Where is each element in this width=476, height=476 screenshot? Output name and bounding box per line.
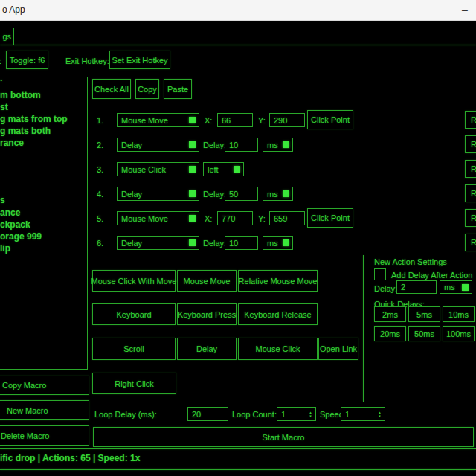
macro-list-item[interactable]: rance [0, 138, 24, 148]
remove-action-button[interactable]: R [465, 111, 476, 129]
delay-input[interactable]: 10 [225, 236, 258, 250]
add-mouse-click-with-move-button[interactable]: Mouse Click With Move [92, 270, 176, 292]
remove-action-button[interactable]: R [465, 184, 476, 202]
copy-macro-label: Copy Macro [2, 381, 46, 390]
macro-list-item[interactable]: m bottom [0, 90, 41, 100]
y-value: 290 [274, 116, 287, 125]
x-label: X: [205, 116, 212, 125]
remove-action-button[interactable]: R [465, 160, 476, 178]
macro-list-item[interactable]: ckpack [0, 219, 30, 230]
action-type-dropdown[interactable]: Mouse Move [117, 113, 199, 127]
row-number: 6. [97, 239, 103, 248]
button-label: Scroll [123, 344, 144, 353]
paste-button[interactable]: Paste [164, 79, 192, 99]
remove-action-button[interactable]: R [465, 234, 476, 251]
speed-stepper[interactable]: 1 ▴▾ [341, 407, 385, 421]
button-label: 2ms [382, 310, 398, 319]
remove-label: R [471, 115, 476, 124]
quick-delay-20ms-button[interactable]: 20ms [374, 326, 406, 341]
add-scroll-button[interactable]: Scroll [92, 338, 176, 360]
quick-delay-10ms-button[interactable]: 10ms [443, 306, 475, 322]
new-action-delay-input[interactable]: 2 [396, 280, 437, 294]
macro-list-item[interactable]: ance [0, 208, 20, 218]
stepper-arrows-icon[interactable]: ▴▾ [306, 408, 315, 420]
dropdown-indicator-icon [189, 141, 196, 148]
minimize-button[interactable]: – [454, 0, 476, 19]
click-point-button[interactable]: Click Point [307, 110, 353, 129]
click-point-button[interactable]: Click Point [307, 208, 353, 228]
delay-input[interactable]: 10 [225, 138, 258, 152]
x-value: 770 [222, 214, 235, 223]
delete-macro-label: Delete Macro [1, 431, 49, 440]
row-number: 3. [97, 165, 103, 174]
y-input[interactable]: 290 [269, 113, 305, 127]
add-right-click-button[interactable]: Right Click [92, 373, 176, 394]
remove-action-button[interactable]: R [465, 135, 476, 153]
tab-settings[interactable]: gs [0, 28, 14, 45]
check-all-button[interactable]: Check All [92, 79, 131, 99]
add-relative-mouse-move-button[interactable]: Relative Mouse Move [238, 270, 318, 292]
new-macro-button[interactable]: New Macro [0, 400, 89, 420]
macro-list-item[interactable]: lip [0, 243, 10, 254]
set-exit-hotkey-button[interactable]: Set Exit Hotkey [109, 51, 170, 69]
remove-label: R [471, 189, 476, 198]
y-input[interactable]: 659 [269, 211, 305, 225]
remove-label: R [471, 164, 476, 173]
button-label: Mouse Click With Move [91, 277, 177, 286]
row-number: 1. [97, 116, 103, 125]
x-input[interactable]: 770 [217, 211, 253, 225]
delay-unit-dropdown[interactable]: ms [263, 187, 293, 201]
macro-list-item[interactable]: orage 999 [0, 231, 42, 242]
loop-delay-input[interactable]: 20 [187, 407, 228, 421]
action-type-dropdown[interactable]: Delay [117, 236, 199, 250]
add-delay-button[interactable]: Delay [177, 338, 237, 360]
delay-unit-dropdown[interactable]: ms [263, 138, 293, 152]
remove-action-button[interactable]: R [465, 209, 476, 227]
action-type-dropdown[interactable]: Delay [117, 187, 199, 201]
window-title: o App [2, 4, 25, 15]
macro-list-item[interactable]: · [0, 75, 3, 86]
add-delay-after-action-label: Add Delay After Action [391, 271, 472, 280]
mouse-button-dropdown[interactable]: left [203, 162, 244, 176]
add-keyboard-release-button[interactable]: Keyboard Release [238, 303, 318, 325]
quick-delay-5ms-button[interactable]: 5ms [408, 306, 440, 322]
copy-button[interactable]: Copy [135, 79, 159, 99]
delay-unit-dropdown[interactable]: ms [263, 236, 293, 250]
action-type-dropdown[interactable]: Mouse Click [117, 162, 199, 176]
macro-list-item[interactable]: st [0, 102, 8, 112]
add-keyboard-button[interactable]: Keyboard [92, 303, 176, 325]
button-label: 50ms [414, 329, 434, 338]
add-open-link-button[interactable]: Open Link [318, 338, 358, 360]
dropdown-indicator-icon [189, 117, 196, 123]
stepper-arrows-icon[interactable]: ▴▾ [375, 408, 385, 420]
copy-macro-button[interactable]: Copy Macro [0, 376, 89, 395]
button-label: Delay [196, 344, 217, 353]
delay-input[interactable]: 50 [225, 187, 258, 201]
new-action-unit-value: ms [444, 283, 455, 292]
action-type-dropdown[interactable]: Delay [117, 138, 199, 152]
paste-label: Paste [167, 85, 188, 94]
dropdown-indicator-icon [283, 190, 289, 197]
quick-delay-2ms-button[interactable]: 2ms [374, 306, 406, 322]
x-input[interactable]: 66 [217, 113, 253, 127]
start-macro-button[interactable]: Start Macro [93, 427, 474, 447]
quick-delay-50ms-button[interactable]: 50ms [408, 326, 440, 341]
add-mouse-click-button[interactable]: Mouse Click [238, 338, 318, 360]
delete-macro-button[interactable]: Delete Macro [0, 425, 89, 446]
action-type-dropdown[interactable]: Mouse Move [117, 211, 199, 225]
macro-list-item[interactable]: s [0, 195, 5, 205]
action-type-value: Delay [121, 239, 142, 248]
button-label: 100ms [446, 329, 471, 338]
remove-label: R [471, 213, 476, 222]
loop-delay-label: Loop Delay (ms): [94, 410, 157, 419]
add-mouse-move-button[interactable]: Mouse Move [177, 270, 237, 292]
add-keyboard-press-button[interactable]: Keyboard Press [177, 303, 237, 325]
macro-list-item[interactable]: g mats from top [0, 114, 68, 124]
loop-count-stepper[interactable]: 1 ▴▾ [277, 407, 316, 421]
quick-delay-100ms-button[interactable]: 100ms [443, 326, 475, 341]
new-action-unit-dropdown[interactable]: ms [440, 280, 472, 294]
macro-list-item[interactable]: g mats both [0, 126, 51, 136]
toggle-hotkey-button[interactable]: Toggle: f6 [6, 51, 48, 69]
add-delay-after-action-checkbox[interactable] [374, 268, 386, 280]
set-exit-hotkey-label: Set Exit Hotkey [112, 56, 167, 65]
